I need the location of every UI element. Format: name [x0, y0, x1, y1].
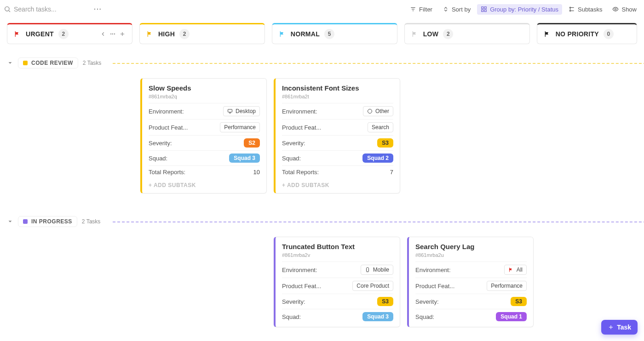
severity-badge[interactable]: S3 [377, 138, 393, 148]
more-menu-button[interactable]: ··· [90, 4, 106, 15]
show-button[interactable]: Show [609, 4, 640, 15]
chevron-down-icon[interactable] [7, 218, 13, 225]
add-subtask-button[interactable]: + ADD SUBTASK [149, 178, 260, 190]
chevron-left-icon[interactable] [100, 31, 106, 37]
group-header[interactable]: CODE REVIEW 2 Tasks [7, 56, 644, 70]
status-color-icon [23, 219, 28, 224]
squad-badge[interactable]: Squad 3 [362, 312, 393, 321]
feature-chip[interactable]: Performance [220, 122, 260, 132]
svg-rect-5 [482, 7, 483, 9]
svg-rect-8 [484, 10, 486, 11]
column-count: 5 [324, 29, 334, 39]
filter-label: Filter [419, 6, 432, 13]
svg-rect-6 [484, 7, 486, 9]
severity-badge[interactable]: S3 [511, 297, 527, 306]
field-label: Environment: [149, 108, 184, 115]
subtasks-icon [569, 6, 575, 12]
chevron-down-icon[interactable] [7, 60, 13, 66]
field-label: Squad: [149, 155, 167, 162]
severity-badge[interactable]: S3 [377, 297, 393, 306]
column-name: NO PRIORITY [556, 30, 599, 38]
severity-badge[interactable]: S2 [244, 138, 260, 148]
task-title: Slow Speeds [149, 84, 260, 92]
status-chip[interactable]: CODE REVIEW [18, 57, 78, 68]
field-label: Severity: [282, 298, 305, 305]
column-count: 2 [58, 29, 69, 39]
status-chip[interactable]: IN PROGRESS [18, 216, 77, 227]
subtasks-button[interactable]: Subtasks [565, 4, 606, 15]
environment-chip[interactable]: Other [363, 106, 393, 116]
top-toolbar: ··· Filter Sort by Group by: Priority / … [0, 0, 644, 18]
task-card[interactable]: Inconsistent Font Sizes #861mrba2t Envir… [274, 78, 400, 193]
group-task-count: 2 Tasks [83, 60, 101, 66]
search-input[interactable] [14, 6, 87, 13]
column-header-high[interactable]: HIGH 2 [139, 23, 265, 44]
squad-badge[interactable]: Squad 3 [229, 153, 260, 163]
task-card[interactable]: Slow Speeds #861mrba2q Environment: Desk… [140, 78, 267, 193]
group-header[interactable]: IN PROGRESS 2 Tasks [7, 215, 644, 228]
status-name: CODE REVIEW [31, 60, 73, 66]
column-more-icon[interactable]: ··· [110, 30, 115, 38]
task-title: Inconsistent Font Sizes [282, 84, 393, 92]
filter-icon [410, 6, 416, 12]
show-icon [612, 6, 619, 12]
search-icon [4, 6, 11, 13]
field-label: Severity: [282, 140, 305, 147]
field-label: Product Feat... [282, 124, 321, 131]
task-card[interactable]: Search Query Lag #861mrba2u Environment:… [407, 237, 534, 327]
column-tools: ··· [100, 30, 126, 38]
column-header-urgent[interactable]: URGENT 2 ··· [7, 23, 132, 44]
environment-chip[interactable]: Desktop [223, 106, 260, 116]
squad-badge[interactable]: Squad 2 [362, 153, 393, 163]
field-label: Product Feat... [282, 283, 321, 290]
mobile-icon [365, 267, 370, 273]
reports-value: 10 [253, 169, 260, 176]
environment-chip[interactable]: All [504, 265, 527, 275]
squad-badge[interactable]: Squad 1 [496, 312, 527, 321]
flag-icon [14, 30, 21, 38]
svg-point-18 [368, 109, 372, 114]
add-subtask-button[interactable]: + ADD SUBTASK [282, 178, 393, 190]
reports-value: 7 [390, 169, 393, 176]
task-id: #861mrba2t [282, 94, 393, 99]
feature-chip[interactable]: Performance [487, 281, 527, 291]
column-name: LOW [423, 30, 439, 38]
desktop-icon [227, 108, 233, 114]
column-name: URGENT [26, 30, 54, 38]
field-label: Total Reports: [282, 169, 319, 176]
group-in-progress: IN PROGRESS 2 Tasks Truncated Button Tex… [0, 215, 644, 327]
group-code-review: CODE REVIEW 2 Tasks Slow Speeds #861mrba… [0, 56, 644, 193]
filter-button[interactable]: Filter [406, 4, 436, 15]
status-color-icon [23, 61, 28, 65]
field-label: Total Reports: [149, 169, 185, 176]
field-label: Squad: [415, 313, 434, 320]
group-row: Truncated Button Text #861mrba2v Environ… [7, 228, 644, 327]
task-id: #861mrba2q [149, 94, 260, 99]
group-label: Group by: Priority / Status [490, 6, 558, 13]
task-title: Truncated Button Text [282, 243, 393, 250]
column-header-low[interactable]: LOW 2 [404, 23, 530, 44]
flag-icon [508, 267, 514, 273]
group-by-button[interactable]: Group by: Priority / Status [477, 4, 562, 15]
show-label: Show [621, 6, 637, 13]
column-header-normal[interactable]: NORMAL 5 [272, 23, 397, 44]
plus-icon[interactable] [119, 31, 126, 37]
field-label: Environment: [282, 108, 317, 115]
column-name: NORMAL [291, 30, 320, 38]
column-header-no-priority[interactable]: NO PRIORITY 0 [537, 23, 637, 44]
other-icon [367, 108, 373, 114]
sort-button[interactable]: Sort by [439, 4, 474, 15]
group-row: Slow Speeds #861mrba2q Environment: Desk… [7, 70, 644, 193]
field-label: Severity: [149, 140, 172, 147]
column-count: 0 [604, 29, 614, 39]
column-name: HIGH [158, 30, 175, 38]
svg-marker-19 [9, 221, 12, 222]
field-label: Product Feat... [415, 283, 454, 290]
new-task-button[interactable]: Task [601, 320, 638, 335]
feature-chip[interactable]: Core Product [352, 281, 393, 291]
task-card[interactable]: Truncated Button Text #861mrba2v Environ… [274, 237, 400, 327]
flag-icon [544, 30, 551, 38]
environment-chip[interactable]: Mobile [361, 265, 393, 275]
plus-icon [608, 324, 614, 330]
feature-chip[interactable]: Search [368, 122, 393, 132]
